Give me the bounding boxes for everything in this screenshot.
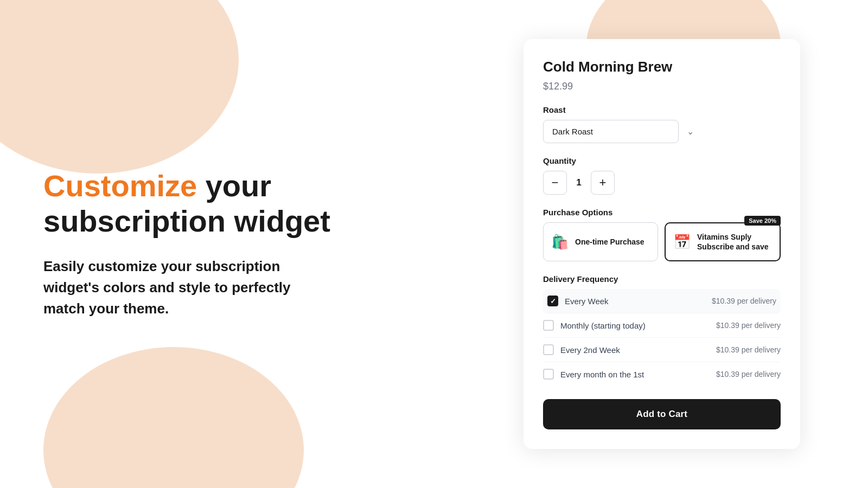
one-time-purchase-label: One-time Purchase	[575, 237, 644, 247]
delivery-checkbox-every-2nd-week[interactable]	[543, 344, 554, 355]
product-card: Cold Morning Brew $12.99 Roast Dark Roas…	[524, 39, 800, 449]
delivery-frequency-section: Delivery Frequency ✓ Every Week $10.39 p…	[543, 274, 781, 386]
delivery-option-every-week[interactable]: ✓ Every Week $10.39 per delivery	[543, 289, 781, 313]
one-time-purchase-option[interactable]: 🛍️ One-time Purchase	[543, 222, 658, 261]
add-to-cart-button[interactable]: Add to Cart	[543, 399, 781, 429]
delivery-label-every-week: Every Week	[565, 297, 712, 306]
calendar-icon: 📅	[673, 234, 691, 251]
headline: Customize yoursubscription widget	[43, 169, 330, 239]
delivery-price-every-month-1st: $10.39 per delivery	[716, 370, 781, 378]
roast-select[interactable]: Dark Roast Medium Roast Light Roast	[543, 120, 679, 143]
right-panel: Cold Morning Brew $12.99 Roast Dark Roas…	[456, 0, 868, 488]
delivery-label-every-month-1st: Every month on the 1st	[560, 370, 716, 379]
checkmark-icon: ✓	[550, 297, 556, 305]
delivery-price-every-2nd-week: $10.39 per delivery	[716, 345, 781, 354]
delivery-checkbox-every-month-1st[interactable]	[543, 369, 554, 380]
delivery-label-every-2nd-week: Every 2nd Week	[560, 345, 716, 355]
purchase-options-row: 🛍️ One-time Purchase Save 20% 📅 Vitamins…	[543, 222, 781, 261]
delivery-option-monthly[interactable]: Monthly (starting today) $10.39 per deli…	[543, 313, 781, 338]
quantity-decrement-button[interactable]: −	[543, 171, 567, 195]
delivery-option-every-month-1st[interactable]: Every month on the 1st $10.39 per delive…	[543, 362, 781, 386]
subscribe-save-option[interactable]: Save 20% 📅 Vitamins SuplySubscribe and s…	[665, 222, 781, 261]
purchase-options-label: Purchase Options	[543, 208, 781, 217]
delivery-frequency-label: Delivery Frequency	[543, 274, 781, 284]
shopping-bag-icon: 🛍️	[551, 234, 569, 251]
save-badge: Save 20%	[744, 216, 781, 226]
headline-orange: Customize	[43, 169, 197, 203]
delivery-label-monthly: Monthly (starting today)	[560, 321, 716, 330]
product-title: Cold Morning Brew	[543, 59, 781, 75]
product-price: $12.99	[543, 81, 781, 92]
quantity-value: 1	[573, 177, 584, 188]
subtext: Easily customize your subscriptionwidget…	[43, 256, 330, 319]
delivery-option-every-2nd-week[interactable]: Every 2nd Week $10.39 per delivery	[543, 338, 781, 362]
delivery-price-every-week: $10.39 per delivery	[712, 297, 776, 305]
quantity-label: Quantity	[543, 156, 781, 165]
subscribe-save-label: Vitamins SuplySubscribe and save	[697, 232, 769, 252]
roast-select-wrapper: Dark Roast Medium Roast Light Roast ⌄	[543, 120, 781, 143]
left-content: Customize yoursubscription widget Easily…	[43, 169, 330, 319]
delivery-price-monthly: $10.39 per delivery	[716, 321, 781, 330]
delivery-checkbox-monthly[interactable]	[543, 320, 554, 331]
delivery-checkbox-every-week[interactable]: ✓	[547, 296, 558, 306]
quantity-row: − 1 +	[543, 171, 781, 195]
quantity-increment-button[interactable]: +	[591, 171, 615, 195]
left-panel: Customize yoursubscription widget Easily…	[0, 0, 467, 488]
chevron-down-icon: ⌄	[687, 126, 694, 137]
roast-label: Roast	[543, 105, 781, 114]
